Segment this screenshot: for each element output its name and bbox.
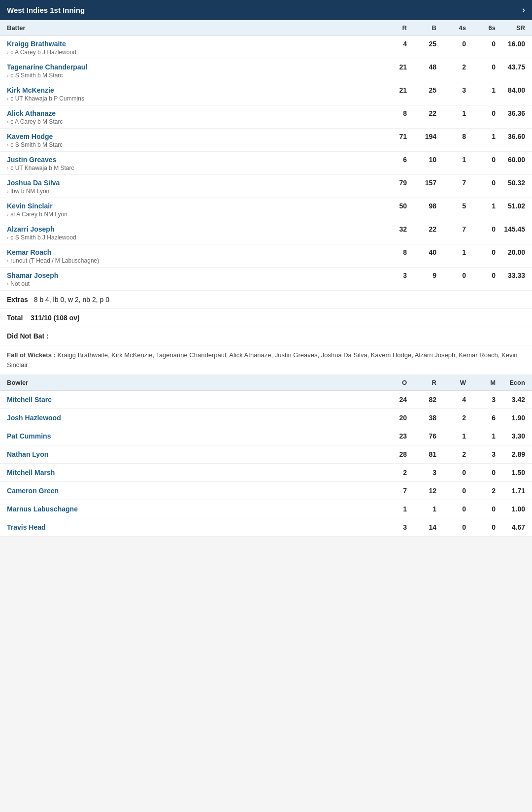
batter-rows: Kraigg Brathwaite 4 25 0 0 16.00 › c A C… bbox=[0, 36, 532, 291]
bowler-w: 0 bbox=[436, 487, 466, 495]
batter-name[interactable]: Tagenarine Chanderpaul bbox=[7, 63, 377, 71]
batter-sr: 36.60 bbox=[496, 133, 525, 140]
bowler-name[interactable]: Marnus Labuschagne bbox=[7, 505, 377, 513]
dismiss-arrow-icon: › bbox=[7, 119, 8, 125]
col-header-r2: R bbox=[407, 379, 436, 386]
section-header[interactable]: West Indies 1st Inning › bbox=[0, 0, 532, 20]
bowler-m: 0 bbox=[466, 505, 496, 513]
bowler-name[interactable]: Mitchell Marsh bbox=[7, 469, 377, 476]
bowler-m: 0 bbox=[466, 523, 496, 531]
bowler-econ: 1.90 bbox=[496, 414, 525, 422]
batter-dismissal: › st A Carey b NM Lyon bbox=[7, 211, 525, 218]
dismiss-arrow-icon: › bbox=[7, 281, 8, 287]
bowler-w: 0 bbox=[436, 469, 466, 476]
table-row: Joshua Da Silva 79 157 7 0 50.32 › lbw b… bbox=[0, 175, 532, 198]
bowler-name[interactable]: Pat Cummins bbox=[7, 432, 377, 440]
bowler-m: 2 bbox=[466, 487, 496, 495]
batter-name[interactable]: Kirk McKenzie bbox=[7, 86, 377, 94]
bowler-r: 1 bbox=[407, 505, 436, 513]
table-row: Mitchell Starc 24 82 4 3 3.42 bbox=[0, 391, 532, 409]
batter-4s: 2 bbox=[436, 63, 466, 71]
batter-b: 25 bbox=[407, 40, 436, 48]
batter-6s: 0 bbox=[466, 179, 496, 187]
table-row: Kraigg Brathwaite 4 25 0 0 16.00 › c A C… bbox=[0, 36, 532, 59]
batter-name[interactable]: Alick Athanaze bbox=[7, 109, 377, 117]
batter-6s: 0 bbox=[466, 225, 496, 233]
batter-sr: 36.36 bbox=[496, 109, 525, 117]
bowler-econ: 3.42 bbox=[496, 396, 525, 404]
batter-4s: 3 bbox=[436, 86, 466, 94]
batter-name[interactable]: Kemar Roach bbox=[7, 248, 377, 256]
table-row: Marnus Labuschagne 1 1 0 0 1.00 bbox=[0, 500, 532, 518]
bowler-econ: 1.50 bbox=[496, 469, 525, 476]
batter-6s: 0 bbox=[466, 248, 496, 256]
batter-6s: 0 bbox=[466, 271, 496, 279]
bowler-econ: 2.89 bbox=[496, 450, 525, 458]
batter-4s: 7 bbox=[436, 225, 466, 233]
bowler-name[interactable]: Nathan Lyon bbox=[7, 450, 377, 458]
batter-sr: 20.00 bbox=[496, 248, 525, 256]
col-header-4s: 4s bbox=[436, 24, 466, 32]
col-header-batter: Batter bbox=[7, 24, 377, 32]
dismissal-text: c UT Khawaja b M Starc bbox=[10, 165, 74, 171]
batter-name[interactable]: Joshua Da Silva bbox=[7, 179, 377, 187]
bowler-econ: 1.71 bbox=[496, 487, 525, 495]
dismiss-arrow-icon: › bbox=[7, 166, 8, 171]
batter-6s: 1 bbox=[466, 86, 496, 94]
batter-name[interactable]: Kraigg Brathwaite bbox=[7, 40, 377, 48]
bowler-o: 20 bbox=[377, 414, 407, 422]
dismissal-text: lbw b NM Lyon bbox=[10, 188, 49, 195]
bowler-m: 1 bbox=[466, 432, 496, 440]
batter-6s: 0 bbox=[466, 63, 496, 71]
bowler-w: 1 bbox=[436, 432, 466, 440]
batter-dismissal: › c S Smith b M Starc bbox=[7, 141, 525, 148]
batter-b: 48 bbox=[407, 63, 436, 71]
batter-b: 157 bbox=[407, 179, 436, 187]
bowler-name[interactable]: Mitchell Starc bbox=[7, 396, 377, 404]
batter-6s: 0 bbox=[466, 40, 496, 48]
batter-r: 3 bbox=[377, 271, 407, 279]
bowler-rows: Mitchell Starc 24 82 4 3 3.42 Josh Hazle… bbox=[0, 391, 532, 537]
bowler-r: 76 bbox=[407, 432, 436, 440]
bowler-name[interactable]: Josh Hazlewood bbox=[7, 414, 377, 422]
batter-name[interactable]: Kevin Sinclair bbox=[7, 202, 377, 210]
batter-b: 98 bbox=[407, 202, 436, 210]
bowler-w: 2 bbox=[436, 414, 466, 422]
chevron-icon: › bbox=[522, 5, 525, 15]
batter-4s: 0 bbox=[436, 40, 466, 48]
batter-dismissal: › c A Carey b J Hazlewood bbox=[7, 49, 525, 56]
batter-r: 71 bbox=[377, 133, 407, 140]
bowler-w: 0 bbox=[436, 505, 466, 513]
bowler-o: 3 bbox=[377, 523, 407, 531]
batter-b: 40 bbox=[407, 248, 436, 256]
batter-b: 9 bbox=[407, 271, 436, 279]
batter-name[interactable]: Justin Greaves bbox=[7, 156, 377, 164]
bowler-econ: 3.30 bbox=[496, 432, 525, 440]
batter-dismissal: › lbw b NM Lyon bbox=[7, 188, 525, 195]
bowler-name[interactable]: Travis Head bbox=[7, 523, 377, 531]
dismiss-arrow-icon: › bbox=[7, 258, 8, 264]
scorecard-card: West Indies 1st Inning › Batter R B 4s 6… bbox=[0, 0, 532, 537]
bowler-o: 24 bbox=[377, 396, 407, 404]
table-row: Mitchell Marsh 2 3 0 0 1.50 bbox=[0, 464, 532, 482]
bowler-w: 2 bbox=[436, 450, 466, 458]
bowler-econ: 4.67 bbox=[496, 523, 525, 531]
batter-4s: 8 bbox=[436, 133, 466, 140]
batter-4s: 0 bbox=[436, 271, 466, 279]
batter-sr: 60.00 bbox=[496, 156, 525, 164]
batter-name[interactable]: Alzarri Joseph bbox=[7, 225, 377, 233]
extras-row: Extras 8 b 4, lb 0, w 2, nb 2, p 0 bbox=[0, 291, 532, 309]
dismiss-arrow-icon: › bbox=[7, 212, 8, 217]
batter-b: 22 bbox=[407, 225, 436, 233]
batter-r: 79 bbox=[377, 179, 407, 187]
batter-b: 194 bbox=[407, 133, 436, 140]
batter-name[interactable]: Kavem Hodge bbox=[7, 133, 377, 140]
batter-b: 10 bbox=[407, 156, 436, 164]
batter-r: 50 bbox=[377, 202, 407, 210]
bowler-name[interactable]: Cameron Green bbox=[7, 487, 377, 495]
col-header-6s: 6s bbox=[466, 24, 496, 32]
dismissal-text: c S Smith b M Starc bbox=[10, 141, 63, 148]
batter-name[interactable]: Shamar Joseph bbox=[7, 271, 377, 279]
extras-label: Extras bbox=[7, 296, 28, 304]
dismissal-text: c S Smith b M Starc bbox=[10, 72, 63, 79]
